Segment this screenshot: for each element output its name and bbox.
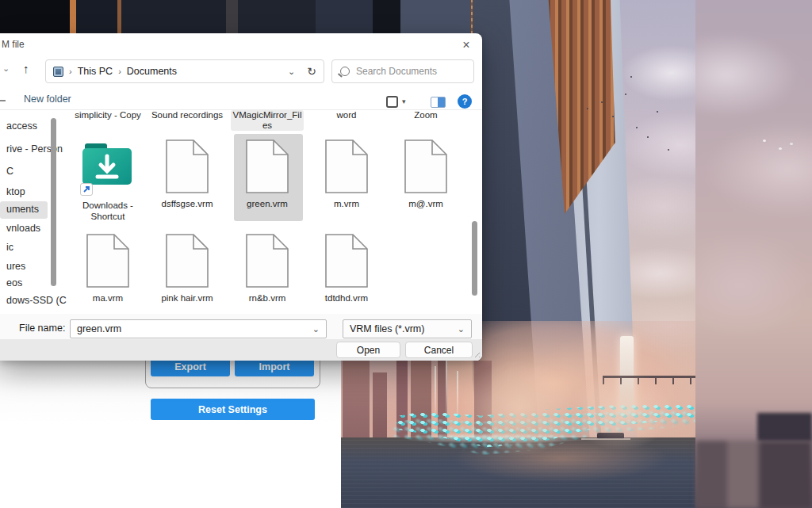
- vrm-file-icon: [86, 233, 130, 288]
- file-name: m@.vrm: [392, 199, 460, 210]
- search-icon: [340, 67, 350, 76]
- file-item-selected[interactable]: green.vrm: [231, 139, 304, 210]
- file-label-partial[interactable]: VMagicMirror_Files: [231, 110, 304, 131]
- file-name: pink hair.vrm: [153, 293, 221, 304]
- chevron-down-icon[interactable]: ⌄: [458, 324, 465, 334]
- toolbar-cutoff-icon: [0, 100, 6, 101]
- address-dropdown-icon[interactable]: ⌄: [288, 67, 295, 77]
- wallpaper-dark-skyline: [0, 0, 492, 33]
- file-item[interactable]: dsffsgse.vrm: [151, 139, 224, 210]
- vrm-file-icon: [165, 233, 209, 288]
- file-name: green.vrm: [233, 199, 301, 210]
- file-list-scrollbar[interactable]: [472, 221, 477, 296]
- file-item-downloads-shortcut[interactable]: Downloads - Shortcut: [71, 139, 144, 222]
- vrm-file-icon: [324, 139, 369, 194]
- close-icon[interactable]: ×: [457, 36, 476, 54]
- dialog-body: access rive - Person C ktop uments vnloa…: [0, 110, 482, 314]
- file-name: m.vrm: [312, 199, 381, 210]
- file-label-partial[interactable]: Zoom: [389, 110, 462, 120]
- sidebar-item-quick-access[interactable]: access: [6, 120, 37, 132]
- this-pc-icon: [53, 67, 63, 77]
- shortcut-arrow-icon: [80, 183, 93, 196]
- file-item[interactable]: pink hair.vrm: [151, 233, 224, 304]
- sidebar-item-documents[interactable]: uments: [6, 204, 39, 215]
- sidebar-scrollbar[interactable]: [51, 118, 56, 286]
- file-item[interactable]: ma.vrm: [71, 233, 144, 304]
- wallpaper-right-dark-bottom: [695, 441, 812, 508]
- vrm-file-icon: [245, 233, 289, 288]
- file-item[interactable]: m.vrm: [310, 139, 383, 210]
- breadcrumb-documents[interactable]: Documents: [127, 66, 177, 77]
- refresh-icon[interactable]: ↻: [307, 65, 316, 78]
- wallpaper-right-dark-bar: [757, 413, 812, 441]
- file-name-label: File name:: [19, 323, 65, 334]
- file-type-select[interactable]: VRM files (*.vrm) ⌄: [343, 319, 472, 338]
- sidebar-item-pictures[interactable]: ures: [6, 261, 25, 272]
- sidebar-item-desktop[interactable]: ktop: [6, 186, 25, 197]
- breadcrumb-separator: ›: [69, 67, 72, 76]
- reset-settings-button[interactable]: Reset Settings: [151, 399, 315, 420]
- file-name-value: green.vrm: [77, 323, 121, 334]
- breadcrumb-this-pc[interactable]: This PC: [78, 66, 113, 77]
- settings-window: Export Import Reset Settings: [0, 353, 341, 508]
- file-name: dsffsgse.vrm: [153, 199, 221, 210]
- sidebar-item-videos[interactable]: eos: [6, 277, 22, 288]
- wallpaper-fog: [460, 361, 579, 456]
- file-name: ma.vrm: [74, 293, 142, 304]
- file-label-partial[interactable]: word: [310, 110, 383, 120]
- file-name: rn&b.vrm: [233, 293, 301, 304]
- file-item[interactable]: m@.vrm: [389, 139, 462, 210]
- search-placeholder: Search Documents: [356, 66, 437, 77]
- sidebar-item-windows-ssd[interactable]: dows-SSD (C: [6, 295, 67, 306]
- sidebar-item-music[interactable]: ic: [6, 242, 13, 253]
- vrm-file-icon: [245, 139, 289, 194]
- wallpaper-birds: [601, 101, 603, 103]
- view-mode-icon[interactable]: [386, 96, 398, 108]
- file-item[interactable]: tdtdhd.vrm: [310, 233, 383, 304]
- file-label-partial[interactable]: Sound recordings: [151, 110, 224, 120]
- wallpaper-fog: [569, 371, 672, 450]
- vrm-file-icon: [404, 139, 448, 194]
- dialog-footer: File name: green.vrm ⌄ VRM files (*.vrm)…: [0, 314, 482, 361]
- chevron-down-icon[interactable]: ⌄: [312, 324, 320, 334]
- view-mode-dropdown-icon[interactable]: ▾: [402, 97, 406, 105]
- address-bar[interactable]: › This PC › Documents ⌄ ↻: [45, 59, 324, 83]
- up-arrow-icon[interactable]: ↑: [23, 62, 29, 75]
- nav-history-dropdown-icon[interactable]: ⌄: [2, 63, 10, 74]
- folder-shortcut-icon: [80, 139, 136, 196]
- preview-pane-icon[interactable]: [431, 97, 446, 108]
- file-label-partial[interactable]: simplicity - Copy: [71, 110, 144, 120]
- sidebar-item-downloads[interactable]: vnloads: [6, 223, 40, 234]
- wallpaper-light-specks: [763, 139, 766, 142]
- dialog-title: M file: [2, 39, 25, 50]
- open-file-dialog: M file × ⌄ ↑ › This PC › Documents ⌄ ↻ S…: [0, 33, 482, 361]
- screen: Export Import Reset Settings M file × ⌄ …: [0, 0, 812, 508]
- search-input[interactable]: Search Documents: [331, 59, 474, 83]
- vrm-file-icon: [165, 139, 209, 194]
- file-name: tdtdhd.vrm: [312, 293, 381, 304]
- vrm-file-icon: [324, 233, 369, 288]
- file-name: Downloads - Shortcut: [76, 201, 140, 222]
- file-name-input[interactable]: green.vrm ⌄: [70, 319, 327, 338]
- help-icon[interactable]: ?: [458, 94, 472, 109]
- new-folder-button[interactable]: New folder: [24, 94, 71, 105]
- file-type-value: VRM files (*.vrm): [350, 323, 424, 334]
- cancel-button[interactable]: Cancel: [405, 342, 473, 358]
- sidebar-item-this-pc[interactable]: C: [6, 166, 13, 177]
- breadcrumb-separator: ›: [118, 67, 121, 76]
- file-item[interactable]: rn&b.vrm: [231, 233, 304, 304]
- open-button[interactable]: Open: [336, 342, 400, 358]
